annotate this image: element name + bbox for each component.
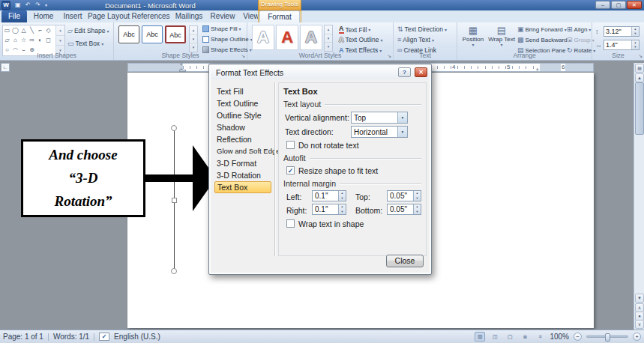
resize-shape-checkbox[interactable]: ✓ — [286, 166, 295, 174]
dialog-launcher-icon[interactable]: ↘ — [638, 53, 643, 59]
undo-icon[interactable]: ↶ — [25, 1, 31, 9]
shape-style-preview-2[interactable]: Abc — [142, 25, 163, 43]
wrap-text-checkbox[interactable] — [286, 219, 295, 228]
close-button[interactable]: ✕ — [627, 1, 642, 9]
do-not-rotate-label[interactable]: Do not rotate text — [298, 141, 359, 150]
text-direction-button[interactable]: ⇅ Text Direction ▾ — [397, 25, 447, 33]
shape-gallery-scroll[interactable]: ▴ ▾ ▾ — [55, 25, 64, 55]
tab-references[interactable]: References — [130, 10, 171, 22]
web-layout-view-button[interactable]: ▢ — [505, 332, 515, 342]
height-spinner-arrows[interactable]: ▴ ▾ — [631, 27, 639, 36]
gallery-more-icon[interactable]: ▾ — [325, 42, 332, 50]
text-fill-button[interactable]: A Text Fill ▾ — [339, 25, 370, 34]
qat-more-icon[interactable]: ▾ — [45, 1, 47, 9]
resize-shape-label[interactable]: Resize shape to fit text — [298, 166, 378, 175]
wordart-preview-1[interactable]: A — [252, 25, 274, 50]
outline-view-button[interactable]: ≣ — [520, 332, 530, 342]
zoom-slider[interactable] — [586, 336, 628, 338]
tab-mailings[interactable]: Mailings — [171, 10, 207, 22]
scroll-down-icon[interactable]: ▾ — [325, 34, 332, 42]
shape-icon[interactable]: △ — [19, 25, 28, 35]
scroll-up-icon[interactable]: ▴ — [325, 25, 332, 34]
spellcheck-icon[interactable]: ✓ — [99, 333, 109, 341]
shape-icon[interactable]: ⇨ — [28, 35, 36, 45]
tab-format[interactable]: Format — [259, 10, 300, 22]
page-indicator[interactable]: Page: 1 of 1 — [3, 333, 43, 341]
nav-shadow[interactable]: Shadow — [214, 121, 271, 133]
dialog-launcher-icon[interactable]: ↘ — [241, 53, 245, 59]
text-direction-dropdown[interactable]: Horizontal ▾ — [351, 126, 408, 138]
right-indent-marker[interactable]: ▴ — [536, 67, 539, 71]
shape-icon[interactable]: ◇ — [44, 25, 52, 35]
nav-text-fill[interactable]: Text Fill — [214, 85, 271, 97]
zoom-out-button[interactable]: − — [574, 333, 582, 341]
left-indent-marker[interactable] — [179, 70, 186, 72]
tab-stop-selector[interactable]: ∟ — [1, 63, 10, 72]
top-margin-field[interactable]: 0.05" ▴ ▾ — [387, 190, 421, 201]
shape-style-gallery-scroll[interactable]: ▴ ▾ ▾ — [189, 25, 198, 52]
save-icon[interactable]: ▣ — [15, 1, 21, 9]
spin-down-icon[interactable]: ▾ — [632, 31, 639, 36]
left-margin-spinner[interactable]: ▴ ▾ — [338, 191, 346, 201]
fullscreen-reading-view-button[interactable]: ◫ — [490, 332, 500, 342]
edit-shape-button[interactable]: ▱ Edit Shape ▾ — [67, 27, 109, 34]
shape-outline-button[interactable]: Shape Outline ▾ — [202, 36, 253, 43]
nav-outline-style[interactable]: Outline Style — [214, 109, 271, 121]
spin-down-icon[interactable]: ▾ — [632, 45, 639, 49]
shape-icon[interactable]: ⌂ — [11, 35, 19, 45]
spin-down-icon[interactable]: ▾ — [339, 210, 346, 215]
spin-down-icon[interactable]: ▾ — [414, 210, 421, 215]
vertical-alignment-dropdown[interactable]: Top ▾ — [351, 112, 408, 124]
right-margin-field[interactable]: 0.1" ▴ ▾ — [312, 204, 346, 215]
maximize-button[interactable]: ▢ — [611, 1, 626, 9]
scroll-up-button[interactable]: ▲ — [635, 73, 644, 82]
chevron-down-icon[interactable]: ▾ — [397, 127, 407, 137]
scroll-down-button[interactable]: ▼ — [635, 294, 644, 303]
shape-width-field[interactable]: 1.4" ▴ ▾ — [604, 40, 640, 50]
spin-down-icon[interactable]: ▾ — [339, 196, 346, 201]
dialog-close-button[interactable]: Close — [386, 255, 424, 267]
nav-glow-soft-edges[interactable]: Glow and Soft Edges — [214, 145, 271, 157]
dialog-title-bar[interactable]: Format Text Effects — [211, 66, 430, 79]
word-app-icon[interactable]: W — [1, 1, 10, 10]
next-page-button[interactable]: ∨ — [635, 320, 644, 329]
top-margin-spinner[interactable]: ▴ ▾ — [413, 191, 421, 201]
chevron-down-icon[interactable]: ▾ — [397, 112, 407, 123]
redo-icon[interactable]: ↷ — [35, 1, 40, 9]
shape-icon[interactable]: ╲ — [28, 25, 36, 35]
nav-3d-format[interactable]: 3-D Format — [214, 157, 271, 169]
tab-page-layout[interactable]: Page Layout — [87, 10, 130, 22]
send-backward-button[interactable]: ▩ Send Backward ▾ — [517, 36, 571, 43]
nav-3d-rotation[interactable]: 3-D Rotation — [214, 169, 271, 181]
shape-icon[interactable]: ◯ — [11, 25, 19, 35]
zoom-in-button[interactable]: + — [633, 333, 641, 341]
dialog-close-icon-button[interactable]: ✕ — [415, 67, 427, 77]
tab-insert[interactable]: Insert — [58, 10, 87, 22]
nav-text-box[interactable]: Text Box — [214, 181, 271, 193]
wordart-gallery-scroll[interactable]: ▴ ▾ ▾ — [324, 25, 333, 52]
shape-style-preview-1[interactable]: Abc — [118, 25, 139, 43]
shape-height-field[interactable]: 3.12" ▴ ▾ — [604, 26, 640, 37]
shape-icon[interactable]: ⌐ — [36, 25, 44, 35]
gallery-scroll-down-icon[interactable]: ▾ — [56, 35, 64, 45]
shape-handle-top[interactable] — [171, 125, 177, 131]
right-margin-spinner[interactable]: ▴ ▾ — [338, 204, 346, 214]
nav-text-outline[interactable]: Text Outline — [214, 97, 271, 109]
wordart-preview-3[interactable]: A — [300, 25, 322, 50]
bottom-margin-field[interactable]: 0.05" ▴ ▾ — [387, 204, 421, 215]
bottom-margin-spinner[interactable]: ▴ ▾ — [413, 204, 421, 214]
nav-reflection[interactable]: Reflection — [214, 133, 271, 145]
position-button[interactable]: ▦ Position ▾ — [459, 24, 487, 55]
scroll-up-icon[interactable]: ▴ — [190, 26, 197, 34]
spin-down-icon[interactable]: ▾ — [414, 196, 421, 201]
ruler-toggle-button[interactable]: ▤ — [635, 64, 644, 73]
tab-home[interactable]: Home — [30, 10, 57, 22]
dialog-launcher-icon[interactable]: ↘ — [387, 53, 391, 59]
tab-file[interactable]: File — [1, 10, 27, 22]
zoom-level[interactable]: 100% — [550, 333, 569, 341]
scroll-down-icon[interactable]: ▾ — [190, 34, 197, 43]
zoom-slider-thumb[interactable] — [605, 333, 610, 342]
text-outline-button[interactable]: A Text Outline ▾ — [339, 36, 382, 43]
shape-icon[interactable]: ▭ — [3, 25, 11, 35]
shape-icon[interactable]: ▱ — [3, 35, 11, 45]
